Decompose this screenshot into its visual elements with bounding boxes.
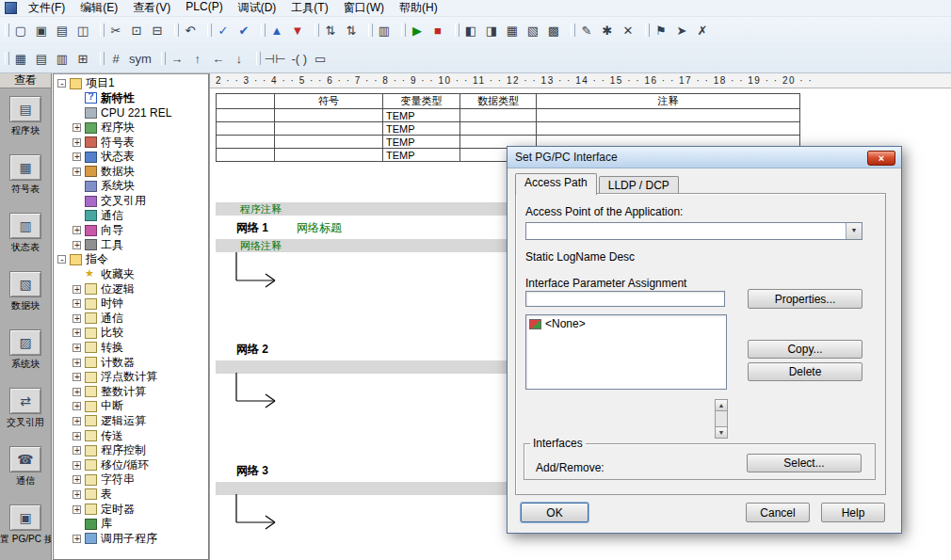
- stop[interactable]: ■: [427, 20, 448, 40]
- nav-set-pg-pc-interface[interactable]: ▣ 置 PG/PC 接口: [0, 497, 51, 555]
- tree-item-program-block[interactable]: 程序块: [54, 120, 208, 136]
- tree-item-table[interactable]: 表: [54, 488, 208, 503]
- paste[interactable]: ⊟: [147, 20, 168, 40]
- cell-symbol[interactable]: [275, 122, 383, 136]
- expand-icon[interactable]: [73, 446, 81, 455]
- tree-item-communications-instr[interactable]: 通信: [54, 312, 208, 327]
- cell-var-type[interactable]: TEMP: [383, 109, 460, 122]
- menu-item[interactable]: 文件(F): [21, 0, 73, 17]
- tree-item-status-chart[interactable]: 状态表: [54, 150, 208, 165]
- toggle-symbol-info-table[interactable]: ▥: [52, 48, 73, 69]
- interface-assignment-input[interactable]: [525, 291, 725, 307]
- list-scrollbar[interactable]: [715, 399, 728, 439]
- bookmark-clear[interactable]: ✗: [692, 20, 713, 40]
- options[interactable]: ▥: [374, 20, 395, 40]
- expand-icon[interactable]: [73, 226, 81, 234]
- cell-symbol[interactable]: [275, 109, 383, 122]
- expand-icon[interactable]: [73, 314, 81, 323]
- collapse-icon[interactable]: [57, 79, 66, 88]
- expand-icon[interactable]: [73, 285, 81, 294]
- tree-item-system-block[interactable]: 系统块: [54, 179, 208, 194]
- tree-item-wizards[interactable]: 向导: [54, 223, 208, 238]
- tree-item-logical-operations[interactable]: 逻辑运算: [54, 414, 208, 429]
- unforce-values[interactable]: ✕: [618, 20, 638, 40]
- trend-display[interactable]: ▧: [523, 20, 543, 40]
- nav-program-block[interactable]: ▤ 程序块: [0, 88, 51, 147]
- expand-icon[interactable]: [73, 328, 81, 337]
- nav-system-block[interactable]: ▨ 系统块: [0, 322, 51, 380]
- copy[interactable]: ⊡: [126, 20, 147, 40]
- tree-item-cpu[interactable]: CPU 221 REL: [54, 105, 208, 120]
- tree-item-communications[interactable]: 通信: [54, 208, 208, 223]
- tree-item-favorites[interactable]: 收藏夹: [54, 267, 208, 282]
- nav-communications[interactable]: ☎ 通信: [0, 439, 51, 497]
- network-1-rung-wire[interactable]: [231, 252, 287, 290]
- tree-item-string[interactable]: 字符串: [54, 472, 208, 488]
- cell[interactable]: [217, 109, 275, 122]
- expand-icon[interactable]: [73, 138, 81, 147]
- expand-icon[interactable]: [73, 432, 81, 440]
- line-down[interactable]: ↓: [229, 48, 250, 69]
- interface-listbox[interactable]: <None>: [525, 314, 727, 390]
- chart-status[interactable]: ▦: [502, 20, 523, 40]
- close-icon[interactable]: ×: [867, 151, 895, 166]
- tree-item-call-subroutines[interactable]: 调用子程序: [54, 531, 208, 546]
- nav-data-block[interactable]: ▧ 数据块: [0, 264, 51, 322]
- pause-chart[interactable]: ▩: [543, 20, 564, 40]
- insert-contact[interactable]: ⊣⊢: [262, 48, 289, 69]
- nav-cross-reference[interactable]: ⇄ 交叉引用: [0, 380, 51, 439]
- cell-symbol[interactable]: [275, 136, 383, 149]
- compile-all[interactable]: ✔: [234, 20, 254, 40]
- menu-item[interactable]: 调试(D): [231, 0, 284, 17]
- run[interactable]: ▶: [407, 20, 427, 40]
- expand-icon[interactable]: [73, 241, 81, 249]
- tree-item-interrupt[interactable]: 中断: [54, 399, 208, 414]
- open-file[interactable]: ▣: [31, 20, 52, 40]
- tab-access-path[interactable]: Access Path: [515, 173, 597, 195]
- expand-icon[interactable]: [73, 505, 81, 514]
- expand-icon[interactable]: [73, 168, 81, 176]
- cell[interactable]: [217, 149, 275, 162]
- tree-item-data-block[interactable]: 数据块: [54, 165, 208, 180]
- cut[interactable]: ✂: [105, 20, 126, 40]
- tree-item-symbol-table[interactable]: 符号表: [54, 135, 208, 150]
- properties-button[interactable]: Properties...: [748, 289, 862, 309]
- cancel-button[interactable]: Cancel: [746, 503, 810, 522]
- compile[interactable]: ✓: [213, 20, 234, 40]
- expand-icon[interactable]: [73, 373, 81, 381]
- expand-icon[interactable]: [73, 152, 81, 161]
- program-status[interactable]: ◧: [460, 20, 481, 40]
- tree-item-shift-rotate[interactable]: 移位/循环: [54, 457, 208, 472]
- ok-button[interactable]: OK: [521, 503, 588, 522]
- pause-program-status[interactable]: ◨: [481, 20, 502, 40]
- expand-icon[interactable]: [73, 123, 81, 132]
- chevron-down-icon[interactable]: [846, 223, 862, 239]
- line-up[interactable]: ↑: [187, 48, 208, 69]
- tree-item-whats-new[interactable]: 新特性: [54, 91, 208, 106]
- menu-item[interactable]: 编辑(E): [73, 0, 125, 17]
- dialog-title-bar[interactable]: Set PG/PC Interface ×: [508, 147, 901, 168]
- network-2-rung-wire[interactable]: [231, 373, 287, 410]
- cell-comment[interactable]: [537, 122, 800, 136]
- cell-symbol[interactable]: [275, 149, 383, 162]
- menu-item[interactable]: 查看(V): [125, 0, 178, 17]
- tree-item-libraries[interactable]: 库: [54, 517, 208, 532]
- expand-icon[interactable]: [73, 490, 81, 499]
- download[interactable]: ▼: [287, 20, 308, 40]
- expand-icon[interactable]: [73, 299, 81, 308]
- tree-item-integer-math[interactable]: 整数计算: [54, 384, 208, 399]
- menu-item[interactable]: 帮助(H): [392, 0, 445, 17]
- nav-symbol-table[interactable]: ▦ 符号表: [0, 147, 51, 205]
- tree-item-program-control[interactable]: 程序控制: [54, 443, 208, 458]
- sort-ascending[interactable]: ⇅: [320, 20, 341, 40]
- cell[interactable]: [217, 122, 275, 136]
- cell-var-type[interactable]: TEMP: [383, 149, 460, 162]
- expand-icon[interactable]: [73, 475, 81, 484]
- delete-button[interactable]: Delete: [748, 362, 862, 381]
- tree-item-cross-reference[interactable]: 交叉引用: [54, 194, 208, 209]
- toggle-network-comments[interactable]: ▤: [31, 48, 52, 69]
- print[interactable]: ▤: [52, 20, 73, 40]
- table-row[interactable]: TEMP: [217, 122, 800, 136]
- interface-list-item[interactable]: <None>: [526, 315, 726, 332]
- expand-icon[interactable]: [73, 461, 81, 470]
